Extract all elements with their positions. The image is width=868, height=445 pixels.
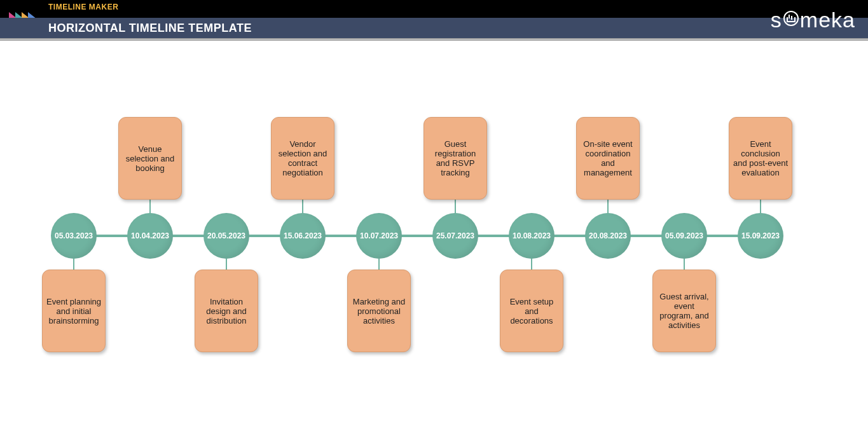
brand-text-1: s <box>771 8 782 32</box>
timeline-card: Guest registration and RSVP tracking <box>424 117 487 200</box>
timeline-node-date: 05.03.2023 <box>55 231 93 240</box>
timeline-card: Vendor selection and contract negotiatio… <box>271 117 334 200</box>
timeline-node-date: 10.08.2023 <box>513 231 551 240</box>
app-header: TIMELINE MAKER HORIZONTAL TIMELINE TEMPL… <box>0 0 868 38</box>
timeline-node: 20.05.2023 <box>203 213 249 259</box>
timeline-node: 10.08.2023 <box>509 213 555 259</box>
timeline-card-label: Event setup and decorations <box>504 297 559 325</box>
timeline-card-label: Venue selection and booking <box>123 144 177 173</box>
timeline-node: 05.09.2023 <box>661 213 707 259</box>
timeline-connector <box>607 200 609 215</box>
timeline-connector <box>760 200 761 215</box>
timeline-card: On-site event coordination and managemen… <box>576 117 640 200</box>
timeline-card-label: Event planning and initial brainstorming <box>46 297 101 325</box>
timeline-card-label: Vendor selection and contract negotiatio… <box>275 139 330 177</box>
timeline-canvas: 05.03.2023Event planning and initial bra… <box>0 41 868 445</box>
timeline-node: 10.04.2023 <box>127 213 173 259</box>
timeline-card-label: Invitation design and distribution <box>199 297 254 325</box>
timeline-card-label: Event conclusion and post-event evaluati… <box>733 139 788 177</box>
timeline-node-date: 20.08.2023 <box>589 231 627 240</box>
timeline-connector <box>149 200 151 215</box>
timeline-card: Event planning and initial brainstorming <box>42 270 106 352</box>
page-title: HORIZONTAL TIMELINE TEMPLATE <box>48 22 252 35</box>
timeline-node: 15.09.2023 <box>738 213 783 259</box>
timeline-card-label: Guest registration and RSVP tracking <box>428 139 483 177</box>
timeline-card: Event conclusion and post-event evaluati… <box>729 117 792 200</box>
timeline-card: Guest arrival, event program, and activi… <box>652 270 716 352</box>
timeline-card: Venue selection and booking <box>118 117 182 200</box>
timeline-node: 05.03.2023 <box>51 213 97 259</box>
timeline-node-date: 15.06.2023 <box>284 231 322 240</box>
timeline-node-date: 20.05.2023 <box>207 231 245 240</box>
timeline-card-label: Marketing and promotional activities <box>352 297 406 325</box>
timeline-node: 10.07.2023 <box>356 213 402 259</box>
brand-logo: smeka <box>771 8 855 32</box>
sub-header: HORIZONTAL TIMELINE TEMPLATE <box>0 18 868 38</box>
timeline-connector <box>455 200 456 215</box>
timeline-card: Marketing and promotional activities <box>347 270 411 352</box>
timeline-node-date: 15.09.2023 <box>741 231 780 240</box>
timeline-node-date: 05.09.2023 <box>665 231 703 240</box>
timeline-node-date: 10.04.2023 <box>131 231 169 240</box>
brand-o-icon <box>783 11 799 26</box>
timeline-axis <box>74 235 761 237</box>
timeline-card: Event setup and decorations <box>500 270 563 352</box>
timeline-node-date: 10.07.2023 <box>360 231 398 240</box>
timeline-card-label: On-site event coordination and managemen… <box>581 139 635 177</box>
timeline-card-label: Guest arrival, event program, and activi… <box>657 292 712 330</box>
timeline-node: 15.06.2023 <box>280 213 326 259</box>
timeline-connector <box>302 200 303 215</box>
timeline-node: 25.07.2023 <box>432 213 478 259</box>
timeline-card: Invitation design and distribution <box>195 270 258 352</box>
brand-text-2: meka <box>800 8 855 32</box>
timeline-node: 20.08.2023 <box>585 213 631 259</box>
app-small-title: TIMELINE MAKER <box>48 3 118 11</box>
timeline-node-date: 25.07.2023 <box>436 231 474 240</box>
